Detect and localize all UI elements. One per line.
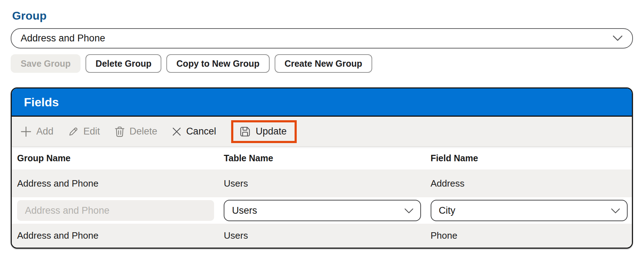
group-select-value: Address and Phone bbox=[21, 33, 105, 44]
page: Group Address and Phone Save Group Delet… bbox=[0, 0, 644, 249]
field-name-select[interactable]: City bbox=[431, 200, 628, 221]
column-header-field-name: Field Name bbox=[425, 153, 632, 163]
toolbar-edit-label: Edit bbox=[83, 126, 100, 137]
table-row[interactable]: Address and Phone Users Address bbox=[12, 169, 632, 197]
delete-group-button[interactable]: Delete Group bbox=[85, 54, 161, 73]
cell-field-name: Phone bbox=[425, 230, 632, 241]
toolbar-add-label: Add bbox=[36, 126, 53, 137]
toolbar-edit-button[interactable]: Edit bbox=[68, 126, 100, 137]
toolbar-update-label: Update bbox=[256, 126, 287, 137]
fields-panel-title: Fields bbox=[24, 95, 59, 109]
toolbar-delete-button[interactable]: Delete bbox=[114, 126, 157, 137]
field-name-select-value: City bbox=[439, 205, 456, 216]
fields-panel-header: Fields bbox=[12, 88, 632, 117]
group-select[interactable]: Address and Phone bbox=[11, 28, 633, 49]
fields-panel: Fields Add Edit bbox=[11, 87, 633, 249]
x-icon bbox=[172, 127, 182, 137]
page-title: Group bbox=[12, 9, 633, 22]
cell-table-name: Users bbox=[218, 230, 425, 241]
toolbar-cancel-label: Cancel bbox=[186, 126, 216, 137]
toolbar-update-button-highlighted[interactable]: Update bbox=[231, 120, 297, 143]
cell-table-name: Users bbox=[218, 178, 425, 189]
plus-icon bbox=[20, 126, 32, 137]
chevron-down-icon bbox=[404, 205, 414, 216]
trash-icon bbox=[114, 126, 125, 137]
table-name-select-value: Users bbox=[232, 205, 257, 216]
toolbar-delete-label: Delete bbox=[130, 126, 157, 137]
table-header-row: Group Name Table Name Field Name bbox=[12, 147, 632, 169]
column-header-group-name: Group Name bbox=[12, 153, 218, 163]
save-icon bbox=[239, 126, 251, 138]
column-header-table-name: Table Name bbox=[218, 153, 425, 163]
cell-field-name-edit: City bbox=[425, 200, 632, 221]
save-group-button[interactable]: Save Group bbox=[11, 54, 80, 73]
pencil-icon bbox=[68, 126, 79, 137]
cell-field-name: Address bbox=[425, 178, 632, 189]
cell-group-name: Address and Phone bbox=[12, 178, 218, 189]
toolbar-add-button[interactable]: Add bbox=[20, 126, 53, 137]
toolbar-cancel-button[interactable]: Cancel bbox=[172, 126, 216, 137]
chevron-down-icon bbox=[611, 205, 620, 216]
chevron-down-icon bbox=[612, 33, 623, 44]
cell-group-name: Address and Phone bbox=[12, 230, 218, 241]
group-actions: Save Group Delete Group Copy to New Grou… bbox=[11, 54, 633, 73]
create-new-group-button[interactable]: Create New Group bbox=[275, 54, 372, 73]
table-name-select[interactable]: Users bbox=[224, 200, 421, 221]
table-row-editing: Users City bbox=[12, 197, 632, 224]
cell-table-name-edit: Users bbox=[218, 200, 425, 221]
group-name-input[interactable] bbox=[17, 200, 214, 221]
table-row[interactable]: Address and Phone Users Phone bbox=[12, 224, 632, 248]
cell-group-name-edit bbox=[12, 200, 218, 221]
fields-toolbar: Add Edit bbox=[12, 117, 632, 147]
copy-to-new-group-button[interactable]: Copy to New Group bbox=[166, 54, 269, 73]
